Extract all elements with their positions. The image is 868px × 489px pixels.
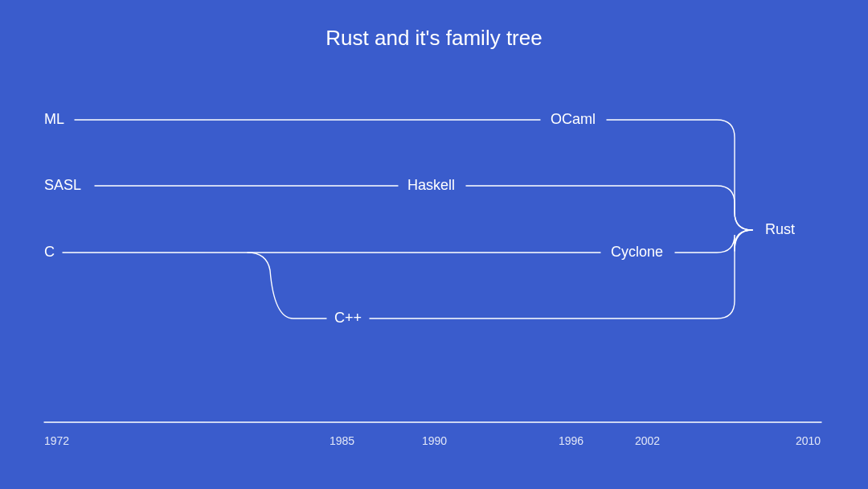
node-haskell: Haskell xyxy=(407,177,455,194)
diagram-canvas: ML OCaml SASL Haskell C Cyclone C++ Rust… xyxy=(0,0,868,489)
connector-lines xyxy=(0,0,868,489)
node-rust: Rust xyxy=(765,221,795,238)
node-ml: ML xyxy=(44,111,64,128)
year-2002: 2002 xyxy=(635,434,660,447)
node-sasl: SASL xyxy=(44,177,81,194)
node-cyclone: Cyclone xyxy=(611,244,663,261)
year-1990: 1990 xyxy=(422,434,447,447)
node-c: C xyxy=(44,244,55,261)
year-1972: 1972 xyxy=(44,434,69,447)
year-1996: 1996 xyxy=(559,434,583,447)
year-2010: 2010 xyxy=(796,434,821,447)
node-ocaml: OCaml xyxy=(551,111,596,128)
year-1985: 1985 xyxy=(330,434,354,447)
node-cpp: C++ xyxy=(334,310,362,327)
